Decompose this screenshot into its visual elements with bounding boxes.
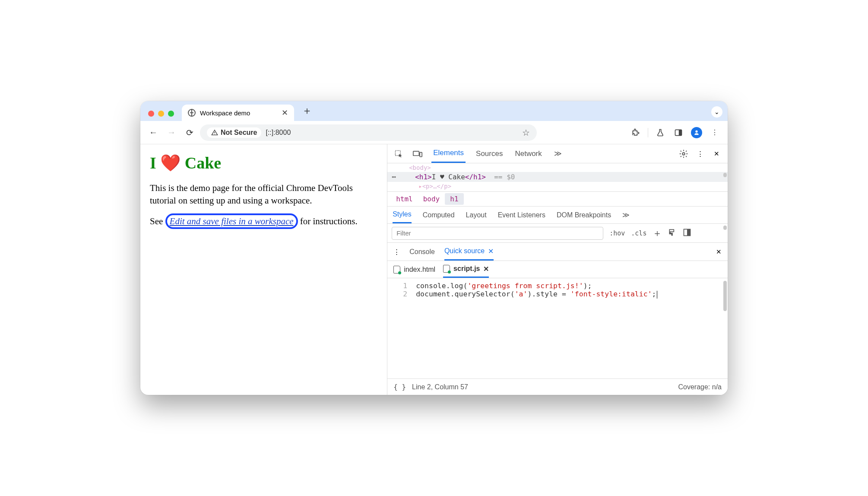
gutter: 1 2: [387, 278, 413, 378]
styles-tabs: Styles Computed Layout Event Listeners D…: [387, 207, 728, 224]
computed-panel-icon[interactable]: [683, 228, 691, 238]
tab-close-button[interactable]: ✕: [282, 108, 288, 118]
tabs-dropdown-button[interactable]: ⌄: [711, 106, 722, 118]
reload-button[interactable]: ⟳: [182, 125, 197, 140]
file-icon: [393, 266, 400, 273]
file-script-label: script.js: [453, 265, 480, 273]
stab-dombp[interactable]: DOM Breakpoints: [557, 207, 611, 223]
text-caret: [657, 291, 657, 299]
page-heading: I ❤️ Cake: [150, 152, 377, 174]
stab-layout[interactable]: Layout: [466, 207, 487, 223]
hov-toggle[interactable]: :hov: [609, 229, 625, 237]
editor-scrollbar[interactable]: [723, 281, 727, 376]
menu-button[interactable]: ⋮: [707, 125, 722, 140]
content-area: I ❤️ Cake This is the demo page for the …: [140, 144, 728, 395]
paint-icon[interactable]: [668, 228, 677, 238]
drawer-console[interactable]: Console: [409, 243, 435, 261]
svg-rect-1: [679, 130, 682, 135]
line-num-2: 2: [387, 290, 407, 298]
bookmark-star-icon[interactable]: ☆: [522, 127, 530, 138]
dom-text: I ♥ Cake: [432, 173, 465, 181]
drawer-menu-icon[interactable]: ⋮: [393, 248, 400, 256]
dom-tree[interactable]: ⋯ <body> <h1>I ♥ Cake</h1> == $0 ▸<p>…</…: [387, 163, 728, 192]
back-button[interactable]: ←: [146, 125, 161, 140]
tabs-more-icon[interactable]: ≫: [552, 144, 564, 163]
stabs-more-icon[interactable]: ≫: [622, 207, 630, 223]
maximize-window-button[interactable]: [168, 111, 174, 117]
file-index-label: index.html: [404, 266, 435, 273]
tab-elements[interactable]: Elements: [431, 144, 466, 163]
tab-sources[interactable]: Sources: [474, 144, 504, 163]
stab-styles[interactable]: Styles: [393, 207, 412, 223]
drawer-quick-source[interactable]: Quick source ✕: [444, 243, 494, 261]
styles-filter-input[interactable]: [392, 227, 603, 240]
dom-breadcrumb: html body h1: [387, 192, 728, 207]
settings-icon[interactable]: [678, 149, 689, 159]
drawer-close-icon[interactable]: ✕: [716, 248, 722, 256]
drawer-quick-close-icon[interactable]: ✕: [488, 247, 494, 255]
svg-rect-3: [413, 151, 419, 156]
tab-network[interactable]: Network: [513, 144, 543, 163]
svg-rect-4: [420, 152, 422, 156]
profile-button[interactable]: [689, 125, 704, 140]
drawer-tabs: ⋮ Console Quick source ✕ ✕: [387, 243, 728, 261]
warning-icon: [211, 129, 218, 136]
dom-open-tag: <h1>: [415, 173, 432, 181]
stab-events[interactable]: Event Listeners: [498, 207, 545, 223]
globe-icon: [188, 109, 196, 117]
stab-computed[interactable]: Computed: [423, 207, 455, 223]
dom-line-p: ▸<p>…</p>: [387, 182, 728, 191]
crumb-h1[interactable]: h1: [445, 193, 463, 205]
new-rule-icon[interactable]: ＋: [653, 227, 662, 240]
styles-filter-row: :hov .cls ＋: [387, 224, 728, 243]
crumb-html[interactable]: html: [391, 193, 418, 205]
code-editor[interactable]: 1 2 console.log('greetings from script.j…: [387, 278, 728, 378]
tab-title: Workspace demo: [200, 109, 250, 117]
new-tab-button[interactable]: ＋: [298, 104, 317, 121]
dom-scrollbar[interactable]: [723, 165, 727, 190]
file-tabs: index.html script.js ✕: [387, 261, 728, 278]
traffic-lights: [146, 111, 178, 121]
forward-button[interactable]: →: [164, 125, 179, 140]
code-body[interactable]: console.log('greetings from script.js!')…: [413, 278, 661, 378]
p2-after: for instructions.: [298, 216, 358, 226]
svg-point-5: [682, 153, 685, 155]
page-paragraph-1: This is the demo page for the official C…: [150, 182, 377, 207]
dom-ellipsis-icon[interactable]: ⋯: [392, 173, 397, 181]
devtools-main-tabs: Elements Sources Network ≫ ⋮ ✕: [387, 144, 728, 163]
crumb-body[interactable]: body: [418, 193, 445, 205]
format-icon[interactable]: { }: [393, 383, 406, 391]
file-close-icon[interactable]: ✕: [483, 265, 489, 273]
dom-line-selected[interactable]: <h1>I ♥ Cake</h1> == $0: [387, 172, 728, 182]
file-tab-index[interactable]: index.html: [393, 261, 435, 278]
dom-eq: ==: [494, 173, 507, 181]
close-window-button[interactable]: [148, 111, 154, 117]
address-bar[interactable]: Not Secure [::]:8000 ☆: [200, 124, 537, 141]
security-chip[interactable]: Not Secure: [207, 127, 261, 138]
workspace-link[interactable]: Edit and save files in a workspace: [170, 216, 294, 226]
cls-toggle[interactable]: .cls: [631, 229, 646, 237]
rendered-page: I ❤️ Cake This is the demo page for the …: [140, 144, 387, 395]
dom-close-tag: </h1>: [465, 173, 486, 181]
labs-icon[interactable]: [653, 125, 668, 140]
page-paragraph-2: See Edit and save files in a workspace f…: [150, 213, 377, 229]
browser-tab[interactable]: Workspace demo ✕: [182, 105, 294, 121]
inspect-icon[interactable]: [393, 149, 404, 159]
cursor-position: Line 2, Column 57: [412, 383, 468, 391]
p2-before: See: [150, 216, 165, 226]
styles-scrollbar[interactable]: [723, 226, 727, 240]
extensions-icon[interactable]: [628, 125, 643, 140]
file-icon: [443, 265, 450, 273]
toolbar: ← → ⟳ Not Secure [::]:8000 ☆ ⋮: [140, 121, 728, 144]
device-toggle-icon[interactable]: [412, 149, 423, 159]
side-panel-icon[interactable]: [671, 125, 686, 140]
devtools-menu-icon[interactable]: ⋮: [695, 149, 705, 159]
security-label: Not Secure: [221, 129, 257, 137]
file-tab-script[interactable]: script.js ✕: [443, 261, 489, 278]
drawer-quick-label: Quick source: [444, 247, 485, 255]
minimize-window-button[interactable]: [158, 111, 164, 117]
tab-strip: Workspace demo ✕ ＋ ⌄: [140, 101, 728, 121]
devtools-close-icon[interactable]: ✕: [711, 149, 722, 159]
devtools-panel: Elements Sources Network ≫ ⋮ ✕ ⋯ <body> …: [387, 144, 728, 395]
code-line-2: document.querySelector('a').style = 'fon…: [416, 290, 657, 299]
